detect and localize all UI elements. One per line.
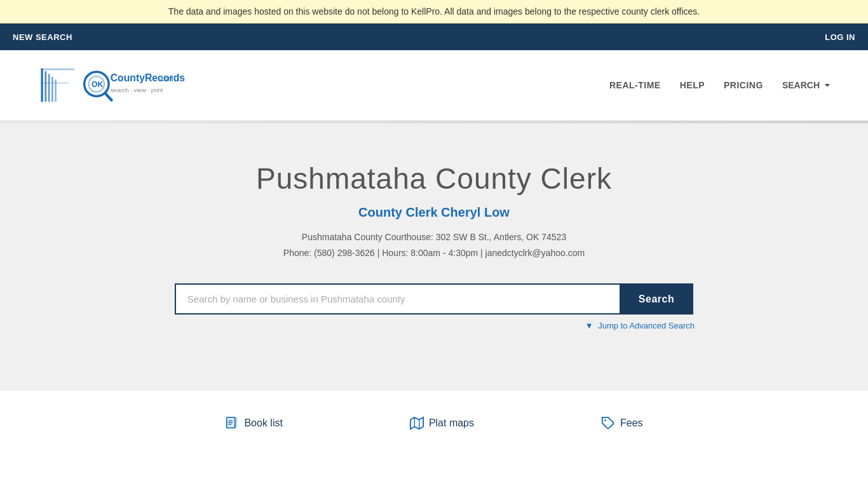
svg-text:CountyRecords: CountyRecords — [111, 72, 186, 83]
plat-maps-label: Plat maps — [429, 417, 474, 429]
nav-realtime[interactable]: REAL-TIME — [609, 80, 661, 90]
clerk-name: County Clerk Cheryl Low — [13, 205, 855, 220]
county-title: Pushmataha County Clerk — [13, 161, 855, 196]
logo-area: OK CountyRecords .com search · view · pr… — [38, 63, 216, 107]
svg-point-22 — [604, 419, 606, 421]
svg-rect-0 — [41, 69, 43, 102]
plat-maps-link[interactable]: Plat maps — [410, 416, 474, 430]
svg-text:.com: .com — [159, 75, 173, 83]
svg-rect-6 — [41, 83, 69, 84]
advanced-search-container: ▼ Jump to Advanced Search — [173, 321, 695, 330]
nav-help[interactable]: HELP — [680, 80, 705, 90]
advanced-search-link[interactable]: ▼ Jump to Advanced Search — [585, 321, 695, 330]
login-link[interactable]: LOG IN — [825, 32, 855, 42]
notification-bar: The data and images hosted on this websi… — [0, 0, 868, 24]
tag-icon — [601, 416, 615, 430]
svg-rect-5 — [41, 69, 74, 71]
search-input[interactable] — [175, 283, 620, 315]
svg-text:OK: OK — [92, 80, 104, 89]
nav-bar: NEW SEARCH LOG IN — [0, 24, 868, 50]
header: OK CountyRecords .com search · view · pr… — [0, 50, 868, 121]
svg-rect-1 — [45, 71, 47, 102]
bottom-section: Book list Plat maps Fees — [0, 390, 868, 468]
search-container: Search — [13, 283, 855, 315]
nav-search-dropdown[interactable]: SEARCH — [782, 80, 830, 90]
svg-rect-3 — [51, 77, 53, 102]
book-list-label: Book list — [244, 417, 282, 429]
svg-rect-19 — [235, 417, 238, 428]
book-icon — [225, 416, 239, 430]
svg-line-9 — [105, 93, 112, 100]
advanced-search-label: Jump to Advanced Search — [598, 321, 695, 330]
fees-label: Fees — [620, 417, 643, 429]
main-content: Pushmataha County Clerk County Clerk Che… — [0, 123, 868, 390]
book-list-link[interactable]: Book list — [225, 416, 282, 430]
address-info: Pushmataha County Courthouse: 302 SW B S… — [13, 229, 855, 261]
address-line1: Pushmataha County Courthouse: 302 SW B S… — [13, 229, 855, 245]
nav-pricing[interactable]: PRICING — [724, 80, 763, 90]
search-button[interactable]: Search — [620, 283, 693, 315]
dropdown-arrow-icon: ▼ — [585, 321, 593, 330]
svg-text:search · view · print: search · view · print — [111, 86, 163, 93]
fees-link[interactable]: Fees — [601, 416, 643, 430]
nav-search-label: SEARCH — [782, 80, 820, 90]
address-line2: Phone: (580) 298-3626 | Hours: 8:00am - … — [13, 245, 855, 261]
chevron-down-icon — [825, 84, 830, 87]
main-nav: REAL-TIME HELP PRICING SEARCH — [609, 80, 830, 90]
notification-text: The data and images hosted on this websi… — [168, 6, 700, 17]
site-logo: OK CountyRecords .com search · view · pr… — [38, 63, 216, 107]
new-search-link[interactable]: NEW SEARCH — [13, 32, 72, 42]
map-icon — [410, 416, 424, 430]
svg-rect-2 — [48, 74, 50, 102]
